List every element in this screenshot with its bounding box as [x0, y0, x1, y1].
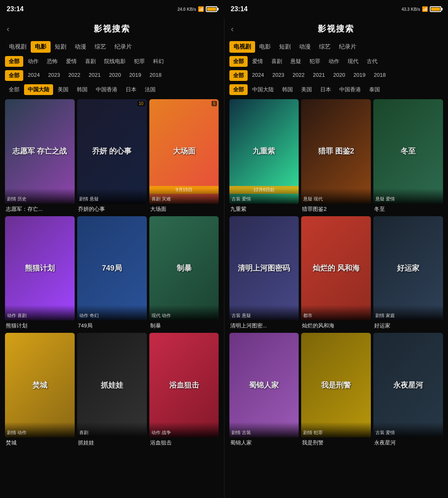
movie-genre-tags: 喜剧 灾难	[149, 188, 219, 204]
tag-2018[interactable]: 2018	[146, 70, 166, 81]
tag-2024[interactable]: 2024	[248, 70, 268, 81]
list-item[interactable]: 我是刑警剧情 犯罪我是刑警	[301, 333, 371, 447]
battery-left	[206, 6, 217, 12]
panels: ‹ 影视搜索 电视剧电影短剧动漫综艺纪录片 全部动作恐怖爱情喜剧院线电影犯罪科幻…	[0, 18, 448, 498]
movie-genre-tags: 动作 喜剧	[5, 305, 75, 320]
list-item[interactable]: 制暴现代 动作制暴	[149, 216, 219, 331]
tag-泰国[interactable]: 泰国	[365, 84, 384, 95]
tab-电视剧[interactable]: 电视剧	[5, 41, 31, 53]
movie-title: 乔妍的心事	[77, 204, 147, 214]
tag-中国大陆[interactable]: 中国大陆	[248, 84, 278, 95]
tag-法国[interactable]: 法国	[141, 84, 159, 95]
tag-全部[interactable]: 全部	[229, 56, 248, 67]
list-item[interactable]: 大场面69月15日喜剧 灾难大场面	[149, 99, 219, 214]
network-speed-right: 43.3 KB/s	[402, 7, 420, 12]
time-left: 23:14	[7, 5, 24, 13]
list-item[interactable]: 好运家剧情 家庭好运家	[373, 216, 443, 331]
tag-2020[interactable]: 2020	[329, 70, 349, 81]
list-item[interactable]: 志愿军 存亡之战剧情 历史志愿军：存亡...	[5, 99, 75, 214]
tag-美国[interactable]: 美国	[297, 84, 316, 95]
movie-title: 九重紫	[229, 204, 299, 214]
tab-电影[interactable]: 电影	[255, 41, 275, 53]
tag-美国[interactable]: 美国	[54, 84, 72, 95]
tag-韩国[interactable]: 韩国	[278, 84, 297, 95]
tag-喜剧[interactable]: 喜剧	[81, 56, 100, 67]
tag-2020[interactable]: 2020	[105, 70, 125, 81]
tab-综艺[interactable]: 综艺	[90, 41, 110, 53]
list-item[interactable]: 749局动作 奇幻749局	[77, 216, 147, 331]
tag-全部[interactable]: 全部	[229, 84, 248, 95]
tag-2019[interactable]: 2019	[126, 70, 145, 81]
list-item[interactable]: 冬至悬疑 爱情冬至	[373, 99, 443, 214]
tab-短剧[interactable]: 短剧	[51, 41, 71, 53]
tab-短剧[interactable]: 短剧	[275, 41, 295, 53]
tag-喜剧[interactable]: 喜剧	[268, 56, 286, 67]
list-item[interactable]: 熊猫计划动作 喜剧熊猫计划	[5, 216, 75, 331]
tab-纪录片[interactable]: 纪录片	[110, 41, 136, 53]
left-panel-title: 影视搜索	[94, 23, 130, 34]
list-item[interactable]: 乔妍 的心事10剧情 悬疑乔妍的心事	[77, 99, 147, 214]
tag-爱情[interactable]: 爱情	[248, 56, 267, 67]
tag-2019[interactable]: 2019	[350, 70, 369, 81]
tag-现代[interactable]: 现代	[344, 56, 362, 67]
status-bar-left: 23:14 24.0 KB/s 📶	[0, 0, 224, 18]
list-item[interactable]: 蜀锦人家剧情 古装蜀锦人家	[229, 333, 299, 447]
movie-genre-tags: 动作 奇幻	[77, 305, 147, 320]
tag-动作[interactable]: 动作	[24, 56, 42, 67]
tag-日本[interactable]: 日本	[122, 84, 140, 95]
movie-genre-tags: 古装 爱情	[373, 422, 443, 437]
movie-genre-tags: 都市	[301, 305, 371, 320]
right-panel-header: ‹ 影视搜索	[228, 18, 445, 39]
tag-爱情[interactable]: 爱情	[62, 56, 80, 67]
tag-全部[interactable]: 全部	[229, 70, 248, 81]
movie-genre-tags: 剧情 家庭	[373, 305, 443, 320]
left-back-button[interactable]: ‹	[7, 24, 10, 34]
tag-院线电影[interactable]: 院线电影	[100, 56, 129, 67]
tag-2023[interactable]: 2023	[44, 70, 64, 81]
list-item[interactable]: 灿烂的 风和海都市灿烂的风和海	[301, 216, 371, 331]
tag-悬疑[interactable]: 悬疑	[287, 56, 305, 67]
right-panel: ‹ 影视搜索 电视剧电影短剧动漫综艺纪录片 全部爱情喜剧悬疑犯罪动作现代古代 全…	[224, 18, 448, 498]
tag-韩国[interactable]: 韩国	[73, 84, 91, 95]
tab-电视剧[interactable]: 电视剧	[229, 41, 255, 53]
tag-2023[interactable]: 2023	[268, 70, 288, 81]
movie-genre-tags: 剧情 犯罪	[301, 422, 371, 437]
tag-2021[interactable]: 2021	[309, 70, 329, 81]
tag-犯罪[interactable]: 犯罪	[130, 56, 149, 67]
movie-genre-tags: 剧情 悬疑	[77, 188, 147, 204]
tab-动漫[interactable]: 动漫	[295, 41, 315, 53]
tab-动漫[interactable]: 动漫	[71, 41, 90, 53]
tag-2018[interactable]: 2018	[370, 70, 390, 81]
tag-动作[interactable]: 动作	[325, 56, 343, 67]
tag-全部[interactable]: 全部	[5, 70, 23, 81]
tag-中国香港[interactable]: 中国香港	[336, 84, 365, 95]
tag-全部[interactable]: 全部	[5, 84, 23, 95]
tag-中国大陆[interactable]: 中国大陆	[24, 84, 53, 95]
tag-2022[interactable]: 2022	[289, 70, 308, 81]
tag-犯罪[interactable]: 犯罪	[306, 56, 324, 67]
tag-全部[interactable]: 全部	[5, 56, 23, 67]
tab-纪录片[interactable]: 纪录片	[335, 41, 360, 53]
list-item[interactable]: 清明上河图密码古装 悬疑清明上河图密...	[229, 216, 299, 331]
list-item[interactable]: 焚城剧情 动作焚城	[5, 333, 75, 447]
right-back-button[interactable]: ‹	[231, 24, 234, 34]
tag-中国香港[interactable]: 中国香港	[92, 84, 121, 95]
tag-2024[interactable]: 2024	[24, 70, 44, 81]
list-item[interactable]: 浴血狙击动作 战争浴血狙击	[149, 333, 219, 447]
movie-genre-tags: 剧情 历史	[5, 188, 75, 204]
list-item[interactable]: 九重紫12月6日起古装 爱情九重紫	[229, 99, 299, 214]
tag-古代[interactable]: 古代	[363, 56, 381, 67]
movie-genre-tags: 古装 悬疑	[229, 305, 299, 320]
left-panel-header: ‹ 影视搜索	[3, 18, 221, 39]
tag-恐怖[interactable]: 恐怖	[43, 56, 61, 67]
tab-综艺[interactable]: 综艺	[315, 41, 335, 53]
left-movie-grid: 志愿军 存亡之战剧情 历史志愿军：存亡...乔妍 的心事10剧情 悬疑乔妍的心事…	[3, 97, 221, 450]
tab-电影[interactable]: 电影	[31, 41, 51, 53]
tag-2022[interactable]: 2022	[65, 70, 84, 81]
list-item[interactable]: 抓娃娃喜剧抓娃娃	[77, 333, 147, 447]
tag-科幻[interactable]: 科幻	[149, 56, 168, 67]
tag-日本[interactable]: 日本	[317, 84, 335, 95]
tag-2021[interactable]: 2021	[85, 70, 105, 81]
list-item[interactable]: 永夜星河古装 爱情永夜星河	[373, 333, 443, 447]
list-item[interactable]: 猎罪 图鉴2悬疑 现代猎罪图鉴2	[301, 99, 371, 214]
